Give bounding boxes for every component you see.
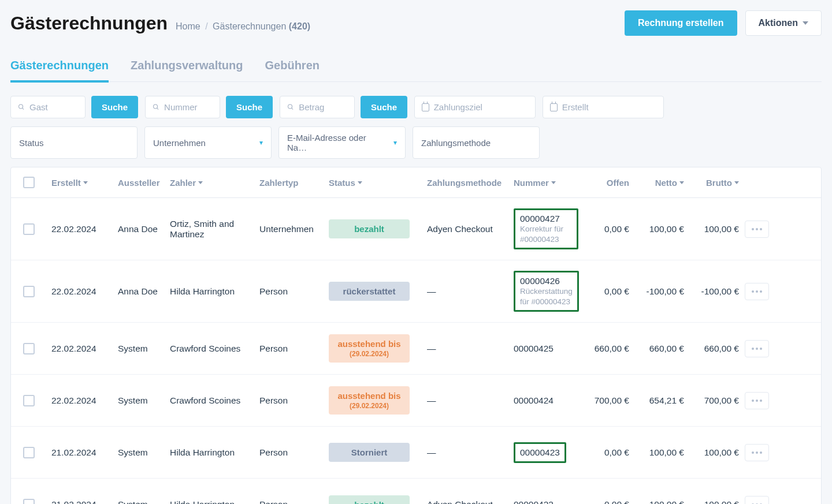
- row-actions-button[interactable]: [745, 444, 769, 461]
- search-icon: [287, 103, 294, 111]
- number-input-wrap[interactable]: [145, 96, 220, 118]
- tab-1[interactable]: Zahlungsverwaltung: [131, 53, 243, 83]
- cell-created: 22.02.2024: [51, 344, 118, 354]
- svg-point-2: [154, 104, 158, 109]
- guest-input-wrap[interactable]: [10, 96, 86, 118]
- row-checkbox[interactable]: [23, 499, 35, 504]
- col-status[interactable]: Status: [329, 178, 427, 188]
- cell-net: 100,00 €: [635, 224, 690, 234]
- tab-0[interactable]: Gästerechnungen: [10, 53, 109, 83]
- page-title: Gästerechnungen: [10, 13, 168, 34]
- table-header: Erstellt Aussteller Zahler Zahlertyp Sta…: [11, 167, 821, 198]
- number-search-button[interactable]: Suche: [226, 96, 273, 118]
- email-select[interactable]: E-Mail-Adresse oder Na… ▾: [278, 126, 406, 159]
- sort-icon: [83, 181, 88, 184]
- page-header: Gästerechnungen Home / Gästerechnungen (…: [10, 10, 822, 36]
- col-issuer[interactable]: Aussteller: [118, 178, 170, 188]
- invoice-number-sub: Rückerstattung für #00000423: [520, 286, 573, 307]
- created-date-field[interactable]: [562, 102, 656, 112]
- cell-number: 00000422: [514, 499, 583, 504]
- row-actions-button[interactable]: [745, 340, 769, 357]
- cell-number: 00000426Rückerstattung für #00000423: [514, 271, 583, 312]
- cell-issuer: System: [118, 447, 170, 458]
- cell-net: 100,00 €: [635, 447, 690, 458]
- row-checkbox[interactable]: [23, 447, 35, 458]
- cell-gross: 100,00 €: [690, 499, 745, 504]
- row-actions-button[interactable]: [745, 283, 769, 300]
- select-all-checkbox[interactable]: [23, 177, 35, 188]
- search-icon: [153, 103, 159, 111]
- company-select[interactable]: Unternehmen ▾: [144, 126, 272, 159]
- create-invoice-button[interactable]: Rechnung erstellen: [625, 10, 737, 36]
- payment-method-placeholder: Zahlungsmethode: [421, 138, 491, 148]
- actions-label: Aktionen: [759, 18, 798, 28]
- status-badge: ausstehend bis(29.02.2024): [329, 334, 410, 363]
- breadcrumb-sep: /: [205, 21, 207, 31]
- breadcrumb-count: (420): [289, 21, 310, 31]
- row-checkbox[interactable]: [23, 286, 35, 297]
- cell-payer: Ortiz, Smith and Martinez: [170, 219, 259, 240]
- guest-input[interactable]: [29, 102, 78, 112]
- status-placeholder: Status: [19, 138, 44, 148]
- due-date-input[interactable]: [414, 96, 536, 118]
- table-row: 22.02.2024SystemCrawford ScoinesPersonau…: [11, 375, 821, 427]
- amount-input[interactable]: [299, 102, 347, 112]
- cell-number: 00000423: [514, 442, 583, 463]
- status-badge: bezahlt: [329, 219, 410, 238]
- cell-created: 22.02.2024: [51, 224, 118, 234]
- cell-payer-type: Person: [259, 395, 329, 406]
- tab-2[interactable]: Gebühren: [265, 53, 320, 83]
- col-gross[interactable]: Brutto: [690, 178, 745, 188]
- cell-issuer: System: [118, 395, 170, 406]
- col-net[interactable]: Netto: [635, 178, 690, 188]
- cell-created: 22.02.2024: [51, 395, 118, 406]
- row-actions-button[interactable]: [745, 392, 769, 409]
- payment-method-select[interactable]: Zahlungsmethode: [413, 126, 540, 159]
- sort-icon: [679, 181, 684, 184]
- actions-dropdown[interactable]: Aktionen: [745, 10, 822, 36]
- col-payer[interactable]: Zahler: [170, 178, 259, 188]
- amount-input-wrap[interactable]: [280, 96, 355, 118]
- invoice-number: 00000427: [520, 214, 572, 224]
- sort-icon: [551, 181, 556, 184]
- svg-line-5: [292, 108, 294, 110]
- status-badge: rückerstattet: [329, 282, 410, 301]
- row-checkbox[interactable]: [23, 343, 35, 354]
- amount-search-button[interactable]: Suche: [361, 96, 407, 118]
- dots-icon: [752, 348, 762, 350]
- status-label: rückerstattet: [343, 286, 396, 296]
- status-badge: ausstehend bis(29.02.2024): [329, 386, 410, 415]
- number-highlight: 00000426Rückerstattung für #00000423: [514, 271, 579, 312]
- cell-created: 21.02.2024: [51, 447, 118, 458]
- cell-payment-method: Adyen Checkout: [427, 224, 514, 234]
- col-open[interactable]: Offen: [583, 178, 635, 188]
- row-actions-button[interactable]: [745, 221, 769, 238]
- table-row: 21.02.2024SystemHilda HarringtonPersonbe…: [11, 479, 821, 504]
- cell-gross: 100,00 €: [690, 224, 745, 234]
- cell-payer: Hilda Harrington: [170, 499, 259, 504]
- cell-open: 0,00 €: [583, 286, 635, 297]
- due-date-field[interactable]: [434, 102, 528, 112]
- guest-search-button[interactable]: Suche: [91, 96, 138, 118]
- col-number[interactable]: Nummer: [514, 178, 583, 188]
- number-input[interactable]: [164, 102, 213, 112]
- status-select[interactable]: Status: [10, 126, 138, 159]
- created-date-input[interactable]: [543, 96, 664, 118]
- col-created[interactable]: Erstellt: [51, 178, 118, 188]
- invoice-number: 00000423: [520, 447, 560, 458]
- invoice-number: 00000425: [514, 344, 578, 354]
- status-sub: (29.02.2024): [350, 402, 389, 410]
- row-actions-button[interactable]: [745, 496, 769, 504]
- row-checkbox[interactable]: [23, 223, 35, 235]
- breadcrumb-home[interactable]: Home: [176, 21, 200, 31]
- calendar-icon: [550, 103, 558, 111]
- col-payment-method[interactable]: Zahlungsmethode: [427, 178, 514, 188]
- tabs: GästerechnungenZahlungsverwaltungGebühre…: [10, 53, 822, 82]
- col-payer-type[interactable]: Zahlertyp: [259, 178, 329, 188]
- svg-point-0: [19, 104, 23, 109]
- status-label: bezahlt: [354, 500, 384, 504]
- row-checkbox[interactable]: [23, 395, 35, 406]
- chevron-down-icon: [803, 21, 808, 25]
- company-placeholder: Unternehmen: [153, 138, 206, 148]
- cell-payment-method: —: [427, 447, 514, 458]
